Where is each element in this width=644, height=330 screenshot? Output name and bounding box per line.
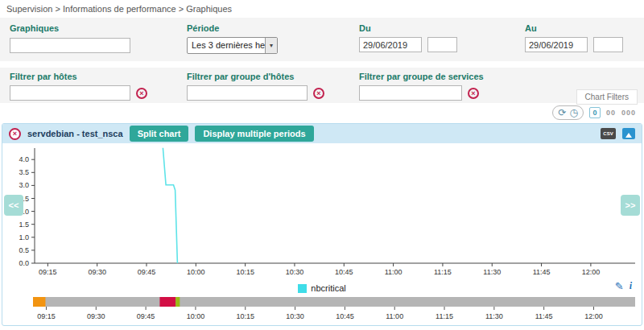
period-field: Période Les 3 dernières heures ▾ bbox=[187, 23, 278, 54]
clear-servicegroups-filter-icon[interactable]: × bbox=[468, 88, 479, 99]
scroll-left-button[interactable]: << bbox=[4, 195, 23, 216]
svg-text:11:45: 11:45 bbox=[535, 312, 553, 320]
svg-text:0.5: 0.5 bbox=[19, 246, 29, 254]
clear-hosts-filter-icon[interactable]: × bbox=[136, 88, 147, 99]
svg-text:3.5: 3.5 bbox=[19, 168, 29, 176]
graph-search-input[interactable] bbox=[10, 38, 130, 53]
two-column-layout-button[interactable]: 00 bbox=[606, 109, 616, 117]
period-selected-value: Les 3 dernières heures bbox=[188, 38, 265, 53]
refresh-controls: ⟳ ◷ bbox=[552, 105, 584, 120]
svg-text:4.0: 4.0 bbox=[19, 155, 29, 163]
svg-text:10:45: 10:45 bbox=[336, 312, 354, 320]
filter-band-bottom: Filtrer par hôtes × Filtrer par groupe d… bbox=[0, 68, 644, 103]
to-date-field: Au bbox=[525, 23, 623, 52]
performance-graphs-page: Supervision > Informations de performanc… bbox=[0, 0, 644, 330]
svg-text:10:30: 10:30 bbox=[286, 268, 304, 276]
svg-text:3.0: 3.0 bbox=[19, 181, 29, 189]
svg-text:09:30: 09:30 bbox=[88, 268, 106, 276]
graph-search-field: Graphiques bbox=[10, 23, 130, 53]
display-multiple-periods-button[interactable]: Display multiple periods bbox=[195, 126, 313, 142]
chart-toolbar: ⟳ ◷ 0 00 000 bbox=[552, 105, 636, 120]
filter-hosts-label: Filtrer par hôtes bbox=[10, 72, 147, 81]
breadcrumb[interactable]: Supervision > Informations de performanc… bbox=[6, 4, 232, 14]
filter-hostgroups-field: Filtrer par groupe d'hôtes × bbox=[187, 72, 324, 101]
svg-text:10:15: 10:15 bbox=[236, 312, 254, 320]
svg-text:11:00: 11:00 bbox=[385, 268, 402, 276]
chart-filters-tab[interactable]: Chart Filters bbox=[576, 89, 638, 105]
svg-text:09:30: 09:30 bbox=[87, 312, 105, 320]
svg-text:10:30: 10:30 bbox=[286, 312, 304, 320]
filter-hosts-input[interactable] bbox=[10, 85, 130, 101]
svg-text:10:00: 10:00 bbox=[187, 312, 205, 320]
period-select[interactable]: Les 3 dernières heures ▾ bbox=[187, 37, 278, 54]
chart-action-icons: ✎ i bbox=[615, 280, 632, 292]
filter-servicegroups-field: Filtrer par groupe de services × bbox=[359, 72, 484, 101]
svg-text:09:15: 09:15 bbox=[37, 312, 56, 320]
to-time-input[interactable] bbox=[593, 37, 623, 52]
from-date-field: Du bbox=[359, 23, 457, 52]
chart-title: servdebian - test_nsca bbox=[27, 129, 123, 138]
remove-chart-icon[interactable]: × bbox=[9, 128, 21, 140]
clear-hostgroups-filter-icon[interactable]: × bbox=[313, 88, 324, 99]
svg-text:11:30: 11:30 bbox=[485, 312, 503, 320]
svg-text:11:00: 11:00 bbox=[386, 312, 403, 320]
refresh-icon[interactable]: ⟳ bbox=[558, 107, 566, 118]
one-column-layout-button[interactable]: 0 bbox=[589, 107, 601, 118]
timer-icon[interactable]: ◷ bbox=[569, 107, 577, 118]
filter-band-top: Graphiques Période Les 3 dernières heure… bbox=[0, 18, 644, 61]
filter-servicegroups-label: Filtrer par groupe de services bbox=[359, 72, 484, 81]
three-column-layout-button[interactable]: 000 bbox=[621, 109, 636, 117]
to-date-input[interactable] bbox=[525, 37, 588, 52]
svg-text:11:15: 11:15 bbox=[434, 268, 452, 276]
scroll-right-button[interactable]: >> bbox=[621, 195, 640, 216]
legend-color-swatch[interactable] bbox=[298, 284, 307, 293]
filter-hostgroups-label: Filtrer par groupe d'hôtes bbox=[187, 72, 324, 81]
from-date-input[interactable] bbox=[359, 37, 422, 52]
chart-legend: nbcritical bbox=[2, 283, 642, 293]
svg-text:11:45: 11:45 bbox=[533, 268, 551, 276]
info-icon[interactable]: i bbox=[630, 280, 632, 292]
svg-text:10:00: 10:00 bbox=[187, 268, 205, 276]
svg-text:12:00: 12:00 bbox=[584, 312, 603, 320]
graph-search-label: Graphiques bbox=[10, 23, 130, 33]
filter-servicegroups-input[interactable] bbox=[359, 85, 462, 101]
chart-panel: × servdebian - test_nsca Split chart Dis… bbox=[2, 123, 642, 326]
svg-text:10:45: 10:45 bbox=[335, 268, 353, 276]
svg-text:11:15: 11:15 bbox=[436, 312, 453, 320]
chevron-down-icon[interactable]: ▾ bbox=[265, 38, 277, 53]
svg-text:0.0: 0.0 bbox=[19, 259, 29, 267]
filter-hosts-field: Filtrer par hôtes × bbox=[10, 72, 147, 101]
status-timeline-svg[interactable]: 09:1509:3009:4510:0010:1510:3010:4511:00… bbox=[2, 295, 642, 326]
filter-hostgroups-input[interactable] bbox=[187, 85, 308, 101]
line-chart-svg[interactable]: 0.00.51.01.52.02.53.03.54.009:1509:3009:… bbox=[2, 143, 642, 283]
legend-series-label[interactable]: nbcritical bbox=[311, 283, 345, 293]
from-time-input[interactable] bbox=[427, 37, 457, 52]
export-image-icon[interactable] bbox=[622, 128, 635, 139]
edit-pencil-icon[interactable]: ✎ bbox=[615, 280, 624, 292]
svg-text:12:00: 12:00 bbox=[582, 268, 601, 276]
svg-text:09:45: 09:45 bbox=[138, 268, 156, 276]
from-date-label: Du bbox=[359, 23, 457, 33]
svg-text:09:45: 09:45 bbox=[137, 312, 155, 320]
svg-text:11:30: 11:30 bbox=[483, 268, 501, 276]
svg-text:10:15: 10:15 bbox=[236, 268, 254, 276]
period-label: Période bbox=[187, 23, 278, 33]
svg-text:09:15: 09:15 bbox=[39, 268, 57, 276]
to-date-label: Au bbox=[525, 23, 623, 33]
split-chart-button[interactable]: Split chart bbox=[130, 126, 189, 142]
export-csv-icon[interactable]: CSV bbox=[601, 128, 616, 139]
svg-text:1.0: 1.0 bbox=[19, 233, 29, 241]
chart-panel-header: × servdebian - test_nsca Split chart Dis… bbox=[2, 124, 642, 143]
svg-text:1.5: 1.5 bbox=[19, 221, 29, 229]
